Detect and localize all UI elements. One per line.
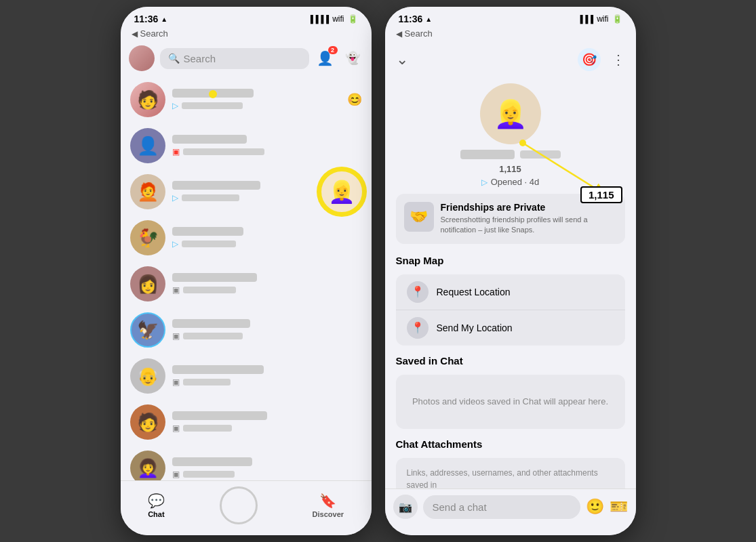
search-icon: 🔍 — [168, 53, 180, 64]
profile-avatar-large: 👱‍♀️ — [480, 83, 541, 144]
chat-options-button[interactable]: 👻 — [342, 47, 363, 69]
chat-status: ▣ — [172, 331, 362, 341]
back-nav-left: ◀ Search — [121, 27, 372, 40]
chat-info: ▣ — [172, 411, 362, 433]
bottom-tab-bar: 💬 Chat 🔖 Discover — [121, 480, 372, 535]
more-options-button[interactable]: ⋮ — [612, 51, 625, 68]
chat-input-placeholder: Send a chat — [433, 501, 487, 513]
chat-info: ▣ — [172, 365, 362, 387]
avatar: 👤 — [130, 128, 165, 163]
list-item[interactable]: 🐓 ▷ — [121, 215, 372, 261]
snap-type-icon: ▣ — [172, 285, 180, 295]
camera-button[interactable]: 📷 — [393, 495, 418, 519]
status-icons-right: ▐▐▐ wifi 🔋 — [578, 14, 622, 24]
add-friend-button[interactable]: 👤 2 — [315, 47, 336, 69]
list-item[interactable]: 🧑 ▷ 😊 — [121, 77, 372, 123]
back-nav-right: ◀ Search — [385, 27, 636, 40]
annotation-dot-1 — [209, 90, 217, 98]
chat-name — [172, 457, 252, 466]
chat-name — [172, 365, 264, 374]
back-label-left: Search — [140, 28, 168, 39]
avatar: 👩 — [130, 266, 165, 301]
snap-type-icon: ▷ — [172, 193, 178, 203]
bitmoji-icon: 🎯 — [582, 52, 597, 67]
list-item[interactable]: 👩‍🦱 ▣ — [121, 445, 372, 483]
status-time-left: 11:36 ▲ — [134, 14, 168, 24]
profile-score: 1,115 — [499, 164, 521, 174]
avatar: 🧑 — [130, 82, 165, 117]
list-item[interactable]: 👴 ▣ — [121, 353, 372, 399]
search-input-wrap[interactable]: 🔍 Search — [160, 48, 309, 69]
score-annotation-box: 1,115 — [580, 186, 622, 203]
chat-info: ▷ — [172, 227, 362, 249]
back-arrow-left: ◀ — [132, 29, 138, 39]
status-text — [183, 287, 236, 293]
list-item[interactable]: 🦅 ▣ — [121, 307, 372, 353]
status-text — [183, 425, 232, 432]
home-button[interactable] — [220, 486, 258, 524]
status-text — [182, 194, 239, 201]
friendship-description: Screenshotting friendship profiles will … — [441, 215, 617, 236]
list-item[interactable]: 🧑‍🦰 ▷ 👱‍♀️ — [121, 169, 372, 215]
chat-info: ▣ — [172, 135, 362, 157]
signal-icon-right: ▐▐▐ — [578, 15, 593, 23]
snap-arrow-icon: ▷ — [481, 178, 488, 187]
annotation-dot-score — [519, 140, 526, 146]
chat-attachments-title: Chat Attachments — [385, 434, 636, 453]
search-bar-container: 🔍 Search 👤 2 👻 — [121, 40, 372, 77]
snap-type-icon: ▣ — [172, 470, 180, 479]
more-icon: ⋮ — [612, 52, 625, 67]
tab-discover[interactable]: 🔖 Discover — [313, 493, 344, 518]
chat-name — [172, 319, 250, 328]
snap-map-section-title: Snap Map — [385, 251, 636, 269]
saved-in-chat-title: Saved in Chat — [385, 351, 636, 369]
snap-type-icon: ▷ — [172, 101, 178, 110]
avatar: 🧑‍🦰 — [130, 174, 165, 209]
snap-status-text: Opened · 4d — [491, 177, 540, 187]
status-time-right: 11:36 ▲ — [399, 14, 433, 24]
wifi-icon: wifi — [332, 14, 344, 24]
send-location-item[interactable]: 📍 Send My Location — [396, 310, 625, 346]
request-location-text: Request Location — [437, 287, 511, 297]
list-item[interactable]: 🧑 ▣ — [121, 399, 372, 445]
profile-back-button[interactable]: ⌄ — [396, 51, 408, 68]
snap-type-icon: ▣ — [172, 147, 180, 157]
avatar: 🧑 — [130, 404, 165, 440]
chat-text-input[interactable]: Send a chat — [423, 495, 580, 519]
status-text — [183, 379, 231, 385]
sticker-button[interactable]: 🎫 — [610, 498, 628, 516]
attachments-empty-text: Links, addresses, usernames, and other a… — [407, 468, 598, 490]
chat-status: ▣ — [172, 423, 362, 433]
send-location-text: Send My Location — [437, 322, 513, 333]
chat-name — [172, 181, 260, 190]
annotation-score-label: 1,115 — [589, 189, 614, 201]
profile-header-actions: 🎯 ⋮ — [578, 48, 625, 71]
status-icons-left: ▐▐▐▐ wifi 🔋 — [308, 14, 358, 24]
friendship-title: Friendships are Private — [441, 202, 617, 213]
list-item[interactable]: 👩 ▣ — [121, 261, 372, 307]
chat-list: 🧑 ▷ 😊 👤 ▣ 🧑‍🦰 — [121, 77, 372, 483]
highlighted-bitmoji: 👱‍♀️ — [319, 169, 365, 215]
wifi-icon-right: wifi — [597, 14, 608, 24]
snap-map-title: Snap Map — [396, 255, 444, 266]
tab-chat[interactable]: 💬 Chat — [148, 493, 165, 518]
saved-in-chat-card: Photos and videos saved in Chat will app… — [396, 375, 625, 429]
chat-options-icon: 👻 — [345, 51, 360, 66]
status-text — [182, 241, 236, 247]
add-friend-badge: 2 — [328, 46, 338, 54]
emoji-button[interactable]: 🙂 — [586, 498, 604, 516]
list-item[interactable]: 👤 ▣ — [121, 123, 372, 169]
snap-map-card: 📍 Request Location 📍 Send My Location — [396, 274, 625, 346]
chat-info: ▣ — [172, 273, 362, 295]
status-bar-right: 11:36 ▲ ▐▐▐ wifi 🔋 — [385, 7, 636, 27]
friendship-icon: 🤝 — [404, 202, 434, 232]
user-avatar[interactable] — [129, 45, 155, 71]
send-location-icon: 📍 — [407, 317, 429, 339]
chat-status: ▣ — [172, 147, 362, 157]
status-text — [183, 148, 264, 155]
chat-name — [172, 227, 243, 236]
chat-input-bar: 📷 Send a chat 🙂 🎫 — [385, 488, 636, 535]
bitmoji-action-button[interactable]: 🎯 — [578, 48, 601, 71]
status-text — [183, 471, 235, 478]
request-location-item[interactable]: 📍 Request Location — [396, 274, 625, 310]
